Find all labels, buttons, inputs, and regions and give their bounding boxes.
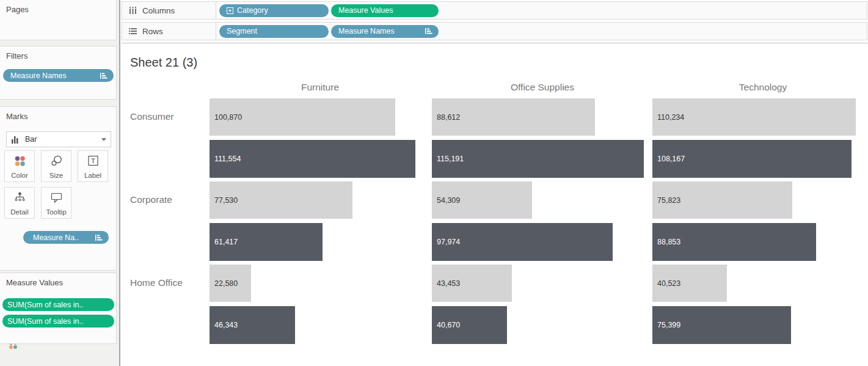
pill-label: Measure Values [338, 6, 393, 15]
detail-button[interactable]: Detail [4, 187, 35, 219]
bar-value-label: 75,823 [657, 196, 680, 205]
caret-down-icon [101, 138, 106, 141]
mark-type-value: Bar [25, 135, 37, 144]
bar-value-label: 43,453 [437, 279, 460, 288]
column-header-office-supplies[interactable]: Office Supplies [432, 82, 653, 93]
rows-shelf-label: Rows [142, 27, 163, 36]
pill-measure-values[interactable]: Measure Values [331, 4, 439, 17]
bar-value-label: 115,191 [437, 155, 464, 163]
bar-mark[interactable]: 75,399 [652, 306, 791, 344]
bar-value-label: 110,234 [657, 113, 684, 122]
bar-mark[interactable]: 88,612 [432, 98, 595, 136]
bar-mark[interactable]: 77,530 [210, 181, 352, 219]
pill-label: Measure Names [338, 27, 395, 35]
marks-card: Marks Bar Color Size Label Detail Toolti… [0, 106, 117, 271]
bar-value-label: 22,580 [214, 279, 238, 288]
filters-title: Filters [6, 51, 27, 60]
color-button-label: Color [5, 172, 34, 179]
pill-label: SUM(Sum of sales in.. [7, 301, 83, 309]
bar-value-label: 61,417 [214, 238, 238, 246]
rows-shelf[interactable]: Rows Segment Measure Names [122, 22, 867, 40]
bar-mark[interactable]: 108,167 [652, 140, 852, 178]
bar-mark[interactable]: 110,234 [652, 98, 856, 136]
detail-tree-icon [13, 191, 27, 205]
columns-shelf[interactable]: Columns Category Measure Values [122, 1, 867, 20]
rows-shelf-label-box: Rows [122, 23, 216, 40]
pill-measure-names[interactable]: Measure Names [331, 25, 439, 38]
size-circles-icon [49, 154, 64, 168]
columns-shelf-label-box: Columns [122, 2, 216, 19]
bar-mark[interactable]: 88,853 [652, 223, 816, 261]
bar-value-label: 77,530 [214, 196, 238, 205]
measure-values-title: Measure Values [6, 278, 63, 287]
label-button-label: Label [78, 172, 108, 179]
sort-icon [100, 72, 108, 79]
bar-mark[interactable]: 100,870 [210, 98, 395, 136]
pill-segment[interactable]: Segment [219, 25, 329, 38]
bar-mark[interactable]: 61,417 [210, 223, 323, 261]
bar-value-label: 54,309 [437, 196, 460, 205]
pill-category[interactable]: Category [219, 4, 329, 17]
color-button[interactable]: Color [4, 150, 35, 182]
pages-title: Pages [6, 5, 29, 14]
sort-icon [425, 27, 432, 35]
bar-value-label: 100,870 [214, 113, 242, 122]
detail-button-label: Detail [5, 208, 34, 216]
column-header-furniture[interactable]: Furniture [210, 82, 431, 93]
pill-label: Segment [227, 27, 257, 35]
bar-mark[interactable]: 43,453 [432, 265, 512, 302]
column-header-technology[interactable]: Technology [652, 82, 868, 93]
bar-mark[interactable]: 46,343 [210, 306, 295, 344]
bar-chart-icon [12, 136, 21, 144]
tooltip-button-label: Tooltip [42, 208, 71, 216]
bar-value-label: 40,523 [657, 279, 680, 288]
rows-icon [129, 27, 137, 35]
sort-icon [95, 234, 103, 241]
tooltip-bubble-icon [49, 191, 64, 204]
filter-pill-measure-names[interactable]: Measure Names [3, 69, 114, 82]
worksheet-canvas: Sheet 21 (3) FurnitureOffice SuppliesTec… [122, 43, 868, 366]
mark-type-caret-button[interactable] [97, 132, 111, 147]
bar-value-label: 111,554 [214, 155, 241, 163]
label-button[interactable]: Label [78, 150, 108, 182]
bar-mark[interactable]: 97,974 [432, 223, 613, 261]
size-button[interactable]: Size [41, 150, 71, 182]
color-dots-icon [13, 154, 27, 168]
row-header-corporate[interactable]: Corporate [130, 194, 172, 206]
row-header-consumer[interactable]: Consumer [130, 111, 174, 123]
bar-value-label: 88,612 [437, 113, 460, 122]
columns-icon [129, 7, 137, 14]
label-t-icon [86, 154, 100, 168]
mark-type-dropdown[interactable]: Bar [6, 131, 111, 147]
sheet-title[interactable]: Sheet 21 (3) [130, 56, 197, 70]
bar-mark[interactable]: 22,580 [210, 265, 251, 302]
bar-value-label: 108,167 [657, 155, 685, 163]
marks-title: Marks [6, 112, 27, 121]
tooltip-button[interactable]: Tooltip [41, 187, 71, 219]
pill-label: SUM(Sum of sales in.. [7, 317, 83, 326]
bar-mark[interactable]: 54,309 [432, 181, 532, 219]
pill-label: Category [237, 6, 268, 15]
pages-shelf[interactable]: Pages [0, 0, 117, 40]
row-header-home-office[interactable]: Home Office [130, 277, 183, 289]
bar-mark[interactable]: 40,523 [652, 265, 727, 302]
pill-label: Measure Names [10, 71, 67, 80]
bar-mark[interactable]: 75,823 [652, 181, 792, 219]
bar-value-label: 97,974 [437, 238, 460, 246]
bar-value-label: 46,343 [214, 321, 238, 329]
bar-mark[interactable]: 115,191 [432, 140, 644, 178]
plus-box-icon [227, 7, 233, 14]
size-button-label: Size [42, 172, 71, 179]
bar-value-label: 88,853 [657, 238, 680, 246]
bar-mark[interactable]: 111,554 [210, 140, 415, 178]
bar-value-label: 75,399 [657, 321, 680, 329]
bar-value-label: 40,670 [437, 321, 460, 329]
measure-values-pill-1[interactable]: SUM(Sum of sales in.. [2, 298, 114, 311]
marks-pill-measure-names[interactable]: Measure Na.. [23, 231, 109, 244]
measure-values-pill-2[interactable]: SUM(Sum of sales in.. [2, 315, 114, 328]
filters-shelf[interactable]: Filters Measure Names [0, 46, 117, 100]
pill-label: Measure Na.. [33, 233, 79, 242]
sidebar: Pages Filters Measure Names Marks Bar Co… [0, 0, 120, 366]
bar-mark[interactable]: 40,670 [432, 306, 507, 344]
columns-shelf-label: Columns [142, 6, 175, 15]
